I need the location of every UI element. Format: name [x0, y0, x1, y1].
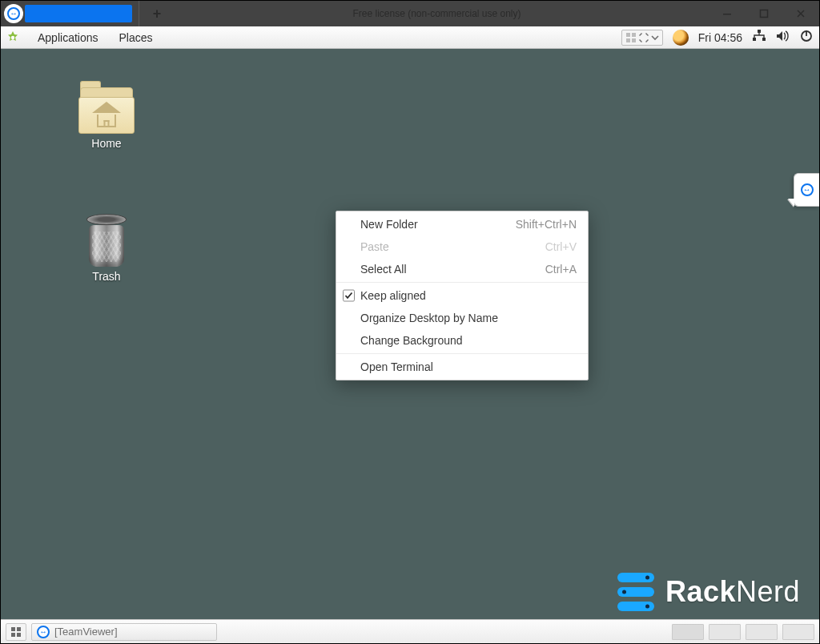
task-teamviewer-label: [TeamViewer] [54, 626, 118, 638]
svg-rect-7 [758, 30, 761, 33]
workspace-switcher-applet[interactable] [621, 30, 663, 46]
ctx-paste-accel: Ctrl+V [545, 240, 577, 253]
trash-icon [84, 214, 129, 267]
teamviewer-side-panel-handle[interactable]: ↔ [794, 173, 819, 207]
task-teamviewer[interactable]: ↔ [TeamViewer] [31, 623, 217, 641]
svg-rect-4 [632, 33, 636, 37]
window-title: Free license (non-commercial use only) [165, 8, 709, 19]
workspace-1[interactable] [672, 624, 704, 640]
svg-rect-9 [762, 38, 766, 41]
ctx-separator [336, 353, 588, 354]
checkbox-checked-icon [343, 290, 355, 302]
home-desktop-icon[interactable]: Home [66, 87, 147, 150]
host-window-titlebar: ↔ + Free license (non-commercial use onl… [1, 1, 819, 26]
home-icon-label: Home [66, 137, 147, 150]
racknerd-logo-icon [617, 573, 654, 611]
svg-rect-0 [723, 14, 731, 15]
teamviewer-tab-icon[interactable]: ↔ [4, 4, 23, 23]
ctx-keep-aligned[interactable]: Keep aligned [336, 284, 588, 307]
places-menu[interactable]: Places [116, 30, 156, 46]
workspace-2[interactable] [709, 624, 741, 640]
chevron-down-icon [651, 34, 659, 42]
update-notifier-icon[interactable] [673, 30, 689, 46]
svg-rect-1 [761, 10, 768, 18]
gnome-top-panel: Applications Places Fri 04:56 [1, 26, 819, 49]
svg-rect-11 [806, 30, 807, 36]
session-address-chip[interactable] [25, 5, 132, 22]
watermark-brand-b: Nerd [736, 575, 800, 608]
trash-icon-label: Trash [66, 270, 147, 283]
maximize-button[interactable] [746, 1, 782, 26]
desktop-context-menu: New Folder Shift+Ctrl+N Paste Ctrl+V Sel… [336, 211, 589, 380]
racknerd-watermark: RackNerd [617, 573, 800, 611]
workspace-4[interactable] [782, 624, 814, 640]
ctx-open-terminal[interactable]: Open Terminal [336, 356, 588, 378]
network-icon[interactable] [752, 30, 766, 45]
gnome-bottom-panel: ↔ [TeamViewer] [1, 619, 819, 643]
workspace-3[interactable] [746, 624, 778, 640]
svg-rect-14 [11, 633, 15, 637]
teamviewer-logo-icon: ↔ [801, 183, 814, 196]
maximize-icon [759, 9, 769, 18]
ctx-new-folder[interactable]: New Folder Shift+Ctrl+N [336, 213, 588, 235]
ctx-paste: Paste Ctrl+V [336, 235, 588, 258]
svg-rect-12 [11, 627, 15, 631]
svg-rect-6 [632, 38, 636, 42]
show-desktop-button[interactable] [6, 623, 26, 641]
clock[interactable]: Fri 04:56 [698, 31, 742, 44]
ctx-organize-label: Organize Desktop by Name [360, 312, 498, 324]
folder-home-icon [78, 87, 135, 134]
ctx-select-all[interactable]: Select All Ctrl+A [336, 258, 588, 280]
minimize-icon [722, 9, 732, 18]
watermark-brand-a: Rack [665, 575, 736, 608]
ctx-paste-label: Paste [360, 240, 389, 253]
volume-icon[interactable] [776, 30, 790, 45]
ctx-open-terminal-label: Open Terminal [360, 360, 433, 373]
svg-point-2 [11, 35, 14, 38]
show-desktop-icon [10, 626, 22, 638]
close-icon [796, 9, 806, 18]
ctx-organize-by-name[interactable]: Organize Desktop by Name [336, 307, 588, 329]
desktop-area[interactable]: Home Trash New Folder Shift+Ctrl+N Paste… [1, 49, 819, 619]
applications-menu[interactable]: Applications [34, 30, 102, 46]
ctx-change-background[interactable]: Change Background [336, 329, 588, 352]
grid-icon [625, 32, 637, 43]
ctx-separator [336, 282, 588, 283]
teamviewer-logo-icon: ↔ [37, 626, 50, 638]
close-button[interactable] [782, 1, 819, 26]
new-tab-button[interactable]: + [149, 6, 165, 22]
svg-rect-15 [17, 633, 21, 637]
svg-rect-5 [626, 38, 630, 42]
ctx-keep-aligned-label: Keep aligned [360, 289, 426, 302]
expand-icon [638, 32, 649, 43]
window-controls [709, 1, 819, 26]
power-icon[interactable] [800, 30, 813, 45]
ctx-change-bg-label: Change Background [360, 334, 463, 347]
trash-desktop-icon[interactable]: Trash [66, 214, 147, 283]
ctx-new-folder-label: New Folder [360, 218, 418, 231]
activities-icon[interactable] [6, 30, 20, 45]
minimize-button[interactable] [709, 1, 746, 26]
tab-separator [139, 1, 139, 26]
svg-rect-13 [17, 627, 21, 631]
svg-rect-3 [626, 33, 630, 37]
ctx-select-all-label: Select All [360, 263, 407, 276]
ctx-new-folder-accel: Shift+Ctrl+N [516, 218, 577, 231]
teamviewer-logo-icon: ↔ [7, 7, 20, 20]
ctx-select-all-accel: Ctrl+A [545, 263, 577, 276]
svg-rect-8 [753, 38, 756, 41]
